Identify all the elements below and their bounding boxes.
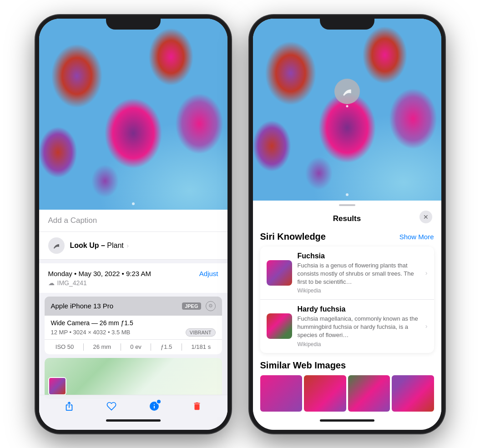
vibrant-badge: VIBRANT (186, 328, 216, 337)
results-title: Results (333, 214, 361, 223)
exif-row: ISO 50 26 mm 0 ev ƒ1.5 1/181 s (45, 339, 222, 354)
siri-knowledge-section: Siri Knowledge Show More Fuchsia Fuchsia… (253, 232, 441, 353)
hardy-name: Hardy fuchsia (298, 305, 420, 313)
hardy-source: Wikipedia (298, 341, 420, 347)
similar-section: Similar Web Images (253, 353, 441, 412)
knowledge-item-fuchsia[interactable]: Fuchsia Fuchsia is a genus of flowering … (260, 247, 434, 300)
similar-title: Similar Web Images (260, 360, 346, 371)
map-thumbnail (48, 377, 66, 395)
exif-aperture: ƒ1.5 (161, 343, 172, 350)
lookup-icon-circle (48, 237, 65, 254)
camera-details: Wide Camera — 26 mm ƒ1.5 12 MP • 3024 × … (45, 316, 222, 339)
hardy-thumb (267, 313, 292, 339)
similar-img-4[interactable] (392, 375, 434, 412)
exif-ev: 0 ev (130, 343, 141, 350)
fuchsia-source: Wikipedia (298, 287, 420, 294)
cloud-icon: ☁ (48, 279, 55, 287)
hardy-content: Hardy fuchsia Fuchsia magellanica, commo… (298, 305, 420, 347)
right-phone: Results ✕ Siri Knowledge Show More (249, 15, 445, 433)
similar-images-row (260, 375, 434, 412)
heart-button[interactable] (106, 401, 116, 411)
right-page-dot (346, 193, 349, 196)
camera-wide: Wide Camera — 26 mm ƒ1.5 (51, 319, 216, 327)
home-indicator (106, 419, 161, 422)
similar-header: Similar Web Images (260, 360, 434, 371)
camera-specs: 12 MP • 3024 × 4032 • 3.5 MB (51, 329, 131, 336)
similar-img-2[interactable] (304, 375, 346, 412)
gear-icon[interactable]: ⚙ (206, 301, 216, 311)
siri-knowledge-title: Siri Knowledge (260, 232, 326, 242)
page-dot (132, 202, 135, 205)
exif-iso: ISO 50 (56, 343, 74, 350)
siri-dot (346, 105, 348, 107)
date-text: Monday • May 30, 2022 • 9:23 AM (48, 270, 151, 277)
filename: IMG_4241 (57, 279, 87, 287)
siri-section-header: Siri Knowledge Show More (260, 232, 434, 242)
fuchsia-content: Fuchsia Fuchsia is a genus of flowering … (298, 252, 420, 294)
jpeg-badge: JPEG (182, 302, 201, 310)
trash-button[interactable] (192, 401, 202, 411)
left-phone: Add a Caption Look Up – Plant › Monday •… (35, 15, 231, 433)
camera-header: Apple iPhone 13 Pro JPEG ⚙ (45, 297, 222, 316)
fuchsia-thumb (267, 260, 292, 286)
exif-shutter: 1/181 s (192, 343, 211, 350)
right-screen: Results ✕ Siri Knowledge Show More (253, 19, 441, 430)
similar-img-1[interactable] (260, 375, 303, 412)
hardy-chevron: › (425, 322, 428, 330)
fuchsia-chevron: › (425, 269, 428, 277)
share-button[interactable] (64, 401, 74, 411)
map-section[interactable] (45, 358, 222, 399)
adjust-button[interactable]: Adjust (199, 270, 218, 277)
flower-image (39, 19, 227, 210)
lookup-label[interactable]: Look Up – Plant › (70, 242, 129, 250)
lookup-row[interactable]: Look Up – Plant › (39, 232, 227, 260)
fuchsia-desc: Fuchsia is a genus of flowering plants t… (298, 262, 420, 287)
close-button[interactable]: ✕ (419, 211, 432, 223)
date-section: Monday • May 30, 2022 • 9:23 AM Adjust ☁… (39, 263, 227, 293)
camera-name: Apple iPhone 13 Pro (51, 302, 114, 310)
caption-input[interactable]: Add a Caption (48, 216, 97, 225)
exif-mm: 26 mm (93, 343, 111, 350)
results-header: Results ✕ (253, 206, 441, 228)
siri-circle (334, 79, 360, 104)
camera-section: Apple iPhone 13 Pro JPEG ⚙ Wide Camera —… (45, 297, 222, 354)
toolbar (39, 395, 227, 417)
knowledge-card: Fuchsia Fuchsia is a genus of flowering … (260, 247, 434, 353)
knowledge-item-hardy[interactable]: Hardy fuchsia Fuchsia magellanica, commo… (260, 299, 434, 353)
show-more-button[interactable]: Show More (399, 233, 434, 241)
leaf-icon (52, 242, 61, 250)
camera-header-right: JPEG ⚙ (182, 301, 215, 311)
right-home-indicator (320, 419, 374, 422)
fuchsia-name: Fuchsia (298, 252, 420, 260)
hardy-desc: Fuchsia magellanica, commonly known as t… (298, 315, 420, 340)
left-screen: Add a Caption Look Up – Plant › Monday •… (39, 19, 227, 430)
caption-area[interactable]: Add a Caption (39, 210, 227, 232)
similar-img-3[interactable] (348, 375, 390, 412)
right-flower-image (253, 19, 441, 201)
results-panel[interactable]: Results ✕ Siri Knowledge Show More (253, 201, 441, 430)
info-button[interactable] (149, 401, 160, 412)
